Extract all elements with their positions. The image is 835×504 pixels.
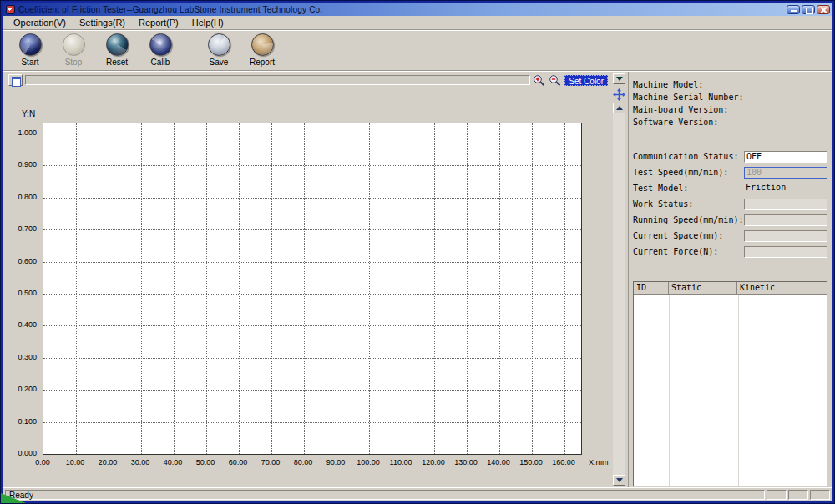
x-tick-label: 40.00 bbox=[164, 458, 183, 466]
chart-toolbar: Set Color bbox=[8, 73, 608, 87]
report-icon bbox=[251, 33, 274, 56]
screen: Coefficient of Friction Tester--Guangzho… bbox=[0, 0, 835, 504]
x-tick-label: 10.00 bbox=[66, 458, 85, 466]
scroll-down-button[interactable] bbox=[613, 475, 625, 486]
stop-button: Stop bbox=[57, 33, 90, 67]
menu-report[interactable]: Report(P) bbox=[132, 17, 185, 29]
app-window: Coefficient of Friction Tester--Guangzho… bbox=[3, 3, 832, 501]
table-column-divider bbox=[669, 295, 670, 486]
work-status-value bbox=[744, 199, 827, 210]
plot-area bbox=[43, 123, 582, 455]
x-tick-label: 60.00 bbox=[229, 458, 248, 466]
window-title: Coefficient of Friction Tester--Guangzho… bbox=[18, 5, 787, 14]
start-button-label: Start bbox=[21, 58, 38, 67]
communication-status-value: OFF bbox=[744, 151, 827, 163]
h-gridline bbox=[43, 390, 581, 391]
status-fields: Communication Status: OFF Test Speed(mm/… bbox=[633, 149, 827, 260]
x-tick-label: 150.00 bbox=[519, 458, 543, 466]
x-tick-label: 140.00 bbox=[487, 458, 510, 466]
set-color-dropdown[interactable]: Set Color bbox=[564, 75, 608, 86]
info-panel: Machine Model: Machine Serial Number: Ma… bbox=[628, 72, 832, 487]
save-button[interactable]: Save bbox=[202, 33, 235, 67]
v-gridline bbox=[239, 123, 240, 454]
x-tick-label: 110.00 bbox=[390, 458, 412, 466]
chart-tool-button[interactable] bbox=[8, 74, 23, 86]
menu-operation[interactable]: Operation(V) bbox=[7, 17, 73, 29]
status-bar: Ready bbox=[3, 487, 832, 501]
x-tick-label: 30.00 bbox=[131, 458, 150, 466]
h-gridline bbox=[43, 134, 581, 134]
stop-icon bbox=[63, 33, 85, 56]
v-gridline bbox=[304, 123, 305, 454]
field-running-speed: Running Speed(mm/min): bbox=[633, 212, 827, 228]
scroll-track[interactable] bbox=[613, 113, 625, 475]
running-speed-value bbox=[744, 214, 827, 226]
report-button-label: Report bbox=[250, 58, 275, 67]
field-work-status: Work Status: bbox=[633, 196, 827, 212]
field-current-space: Current Space(mm): bbox=[633, 228, 827, 244]
zoom-out-icon[interactable] bbox=[549, 74, 562, 87]
x-tick-label: 0.00 bbox=[35, 458, 50, 466]
column-header-static[interactable]: Static bbox=[669, 282, 737, 294]
chart-vertical-scrollbar bbox=[613, 73, 625, 486]
menu-settings[interactable]: Settings(R) bbox=[73, 17, 132, 29]
x-tick-label: 130.00 bbox=[454, 458, 478, 466]
status-message: Ready bbox=[5, 490, 765, 500]
reset-icon bbox=[106, 33, 129, 56]
test-model-value: Friction bbox=[744, 183, 827, 194]
v-gridline bbox=[271, 123, 272, 454]
v-gridline bbox=[369, 123, 370, 454]
v-gridline bbox=[434, 123, 435, 454]
report-button[interactable]: Report bbox=[245, 33, 279, 67]
y-tick-label: 0.100 bbox=[18, 417, 37, 426]
status-cell-1 bbox=[767, 490, 787, 500]
save-icon bbox=[208, 33, 230, 56]
stop-button-label: Stop bbox=[65, 58, 83, 67]
scroll-up-button[interactable] bbox=[613, 103, 625, 113]
minimize-button[interactable] bbox=[787, 5, 800, 14]
test-speed-input[interactable]: 100 bbox=[744, 167, 827, 179]
current-force-label: Current Force(N): bbox=[633, 247, 718, 256]
field-communication-status: Communication Status: OFF bbox=[633, 149, 827, 164]
maximize-button[interactable] bbox=[802, 5, 815, 14]
save-button-label: Save bbox=[210, 58, 229, 67]
v-gridline bbox=[174, 123, 175, 454]
y-tick-label: 0.600 bbox=[18, 257, 37, 265]
results-table-header: ID Static Kinetic bbox=[634, 282, 827, 295]
menu-help[interactable]: Help(H) bbox=[185, 17, 230, 29]
y-tick-label: 0.200 bbox=[18, 385, 37, 393]
calib-button[interactable]: Calib bbox=[144, 33, 177, 67]
v-gridline bbox=[337, 123, 337, 454]
y-tick-label: 0.800 bbox=[18, 193, 37, 201]
v-gridline bbox=[532, 123, 533, 454]
x-tick-label: 90.00 bbox=[326, 458, 346, 466]
y-tick-label: 1.000 bbox=[18, 129, 37, 137]
field-test-model: Test Model: Friction bbox=[633, 180, 827, 196]
x-tick-label: 120.00 bbox=[422, 458, 445, 466]
results-table-body bbox=[634, 295, 827, 486]
v-gridline bbox=[564, 123, 565, 454]
work-status-label: Work Status: bbox=[633, 199, 693, 209]
pan-move-icon[interactable] bbox=[613, 88, 625, 101]
column-header-id[interactable]: ID bbox=[634, 282, 669, 294]
y-tick-label: 0.700 bbox=[18, 224, 37, 233]
title-bar: Coefficient of Friction Tester--Guangzho… bbox=[3, 3, 832, 16]
reset-button[interactable]: Reset bbox=[100, 33, 134, 67]
current-force-value bbox=[744, 246, 827, 258]
calib-icon bbox=[149, 33, 172, 56]
h-gridline bbox=[43, 294, 581, 295]
column-header-kinetic[interactable]: Kinetic bbox=[737, 282, 827, 294]
x-tick-label: 100.00 bbox=[357, 458, 380, 466]
zoom-in-icon[interactable] bbox=[533, 74, 546, 87]
h-gridline bbox=[43, 325, 581, 326]
chart-dropdown-button[interactable] bbox=[613, 73, 625, 84]
software-version-label: Software Version: bbox=[633, 116, 827, 129]
close-button[interactable] bbox=[817, 5, 830, 14]
x-tick-label: 80.00 bbox=[294, 458, 313, 466]
field-current-force: Current Force(N): bbox=[633, 244, 827, 260]
toolbar: Start Stop Reset Calib Save Report bbox=[3, 30, 832, 71]
status-cell-2 bbox=[788, 490, 808, 500]
results-table: ID Static Kinetic bbox=[633, 281, 827, 486]
v-gridline bbox=[402, 123, 402, 454]
start-button[interactable]: Start bbox=[13, 33, 47, 67]
